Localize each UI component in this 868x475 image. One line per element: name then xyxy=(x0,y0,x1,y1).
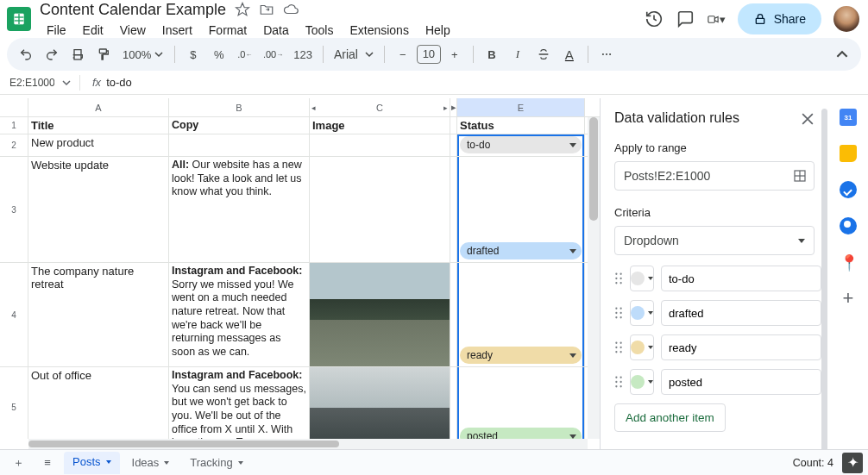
expand-right-icon[interactable]: ▸ xyxy=(443,103,448,112)
col-D-collapsed[interactable]: ▸ xyxy=(450,98,457,116)
add-addon-icon[interactable]: + xyxy=(840,290,857,307)
status-chip[interactable]: posted xyxy=(457,367,585,439)
expand-left-icon[interactable]: ◂ xyxy=(311,103,316,112)
option-input[interactable] xyxy=(661,369,821,395)
header-status[interactable]: Status xyxy=(457,117,585,134)
menu-format[interactable]: Format xyxy=(202,21,254,40)
menu-extensions[interactable]: Extensions xyxy=(343,21,415,40)
row-5[interactable]: 5 xyxy=(0,367,28,439)
row-2[interactable]: 2 xyxy=(0,134,28,156)
italic-button[interactable]: I xyxy=(506,42,530,66)
contacts-icon[interactable] xyxy=(840,217,857,234)
increase-decimal[interactable]: .00→ xyxy=(259,42,287,66)
menu-insert[interactable]: Insert xyxy=(155,21,199,40)
col-E[interactable]: E xyxy=(457,98,585,116)
drag-handle-icon[interactable] xyxy=(614,272,623,284)
zoom-select[interactable]: 100% xyxy=(117,42,168,66)
col-A[interactable]: A xyxy=(28,98,169,116)
formula-value[interactable]: to-do xyxy=(106,76,132,89)
drag-handle-icon[interactable] xyxy=(614,307,623,319)
color-select[interactable] xyxy=(630,266,654,291)
col-C[interactable]: ◂C▸ xyxy=(310,98,450,116)
horizontal-scrollbar[interactable] xyxy=(28,439,588,449)
undo-icon[interactable] xyxy=(14,42,38,66)
header-title[interactable]: Title xyxy=(28,117,169,134)
drag-handle-icon[interactable] xyxy=(614,376,623,388)
redo-icon[interactable] xyxy=(40,42,64,66)
meet-icon[interactable]: ▾ xyxy=(707,9,726,28)
calendar-icon[interactable] xyxy=(840,109,857,126)
more-formats[interactable]: 123 xyxy=(289,42,317,66)
account-avatar[interactable] xyxy=(833,6,859,32)
header-image[interactable]: Image xyxy=(310,117,450,134)
print-icon[interactable] xyxy=(66,42,90,66)
color-select[interactable] xyxy=(630,334,654,360)
fontsize-increase[interactable]: + xyxy=(443,42,467,66)
criteria-select[interactable]: Dropdown xyxy=(614,226,815,255)
tab-posts[interactable]: Posts xyxy=(64,452,120,474)
namebox-chevron-icon[interactable] xyxy=(62,78,71,87)
text-color-button[interactable]: A xyxy=(557,42,582,66)
selection-count[interactable]: Count: 4 xyxy=(793,457,833,469)
maps-icon[interactable]: 📍 xyxy=(840,253,857,271)
menu-file[interactable]: File xyxy=(40,21,73,40)
chevron-down-icon xyxy=(164,461,169,465)
menu-view[interactable]: View xyxy=(113,21,153,40)
status-chip[interactable]: to-do xyxy=(457,134,585,156)
menu-help[interactable]: Help xyxy=(418,21,457,40)
close-icon[interactable] xyxy=(799,110,816,128)
tasks-icon[interactable] xyxy=(840,181,857,198)
doc-title[interactable]: Content Calendar Example xyxy=(40,1,226,19)
spreadsheet-grid[interactable]: A B ◂C▸ ▸ E 1 Title Copy Image Status 2 … xyxy=(0,98,600,449)
menu-tools[interactable]: Tools xyxy=(299,21,341,40)
option-input[interactable] xyxy=(661,334,821,360)
font-select[interactable]: Arial xyxy=(330,42,378,66)
col-B[interactable]: B xyxy=(169,98,310,116)
bold-button[interactable]: B xyxy=(480,42,504,66)
color-select[interactable] xyxy=(630,300,654,326)
row-3[interactable]: 3 xyxy=(0,157,28,262)
sheets-logo[interactable] xyxy=(7,7,31,31)
star-icon[interactable] xyxy=(235,2,250,17)
keep-icon[interactable] xyxy=(840,145,857,162)
cell-image[interactable] xyxy=(310,263,450,366)
fontsize-decrease[interactable]: − xyxy=(391,42,415,66)
option-input[interactable] xyxy=(661,266,821,291)
format-percent[interactable]: % xyxy=(207,42,231,66)
add-item-button[interactable]: Add another item xyxy=(614,403,726,432)
header-copy[interactable]: Copy xyxy=(169,117,310,134)
option-input[interactable] xyxy=(661,300,821,326)
cell-image[interactable] xyxy=(310,367,450,439)
row-4[interactable]: 4 xyxy=(0,263,28,366)
apply-range-input[interactable]: Posts!E2:E1000 xyxy=(614,161,815,191)
move-folder-icon[interactable] xyxy=(259,2,274,17)
tab-tracking[interactable]: Tracking xyxy=(181,452,251,474)
status-chip[interactable]: drafted xyxy=(457,157,585,262)
all-sheets-button[interactable]: ≡ xyxy=(35,452,60,474)
menu-data[interactable]: Data xyxy=(256,21,296,40)
status-chip[interactable]: ready xyxy=(457,263,585,366)
explore-button[interactable]: ✦ xyxy=(842,453,863,473)
cloud-status-icon[interactable] xyxy=(283,2,299,17)
collapse-toolbar-icon[interactable] xyxy=(830,42,854,66)
color-select[interactable] xyxy=(630,369,654,395)
svg-point-40 xyxy=(620,385,621,387)
vertical-scrollbar[interactable] xyxy=(588,117,600,439)
decrease-decimal[interactable]: .0← xyxy=(233,42,257,66)
paint-format-icon[interactable] xyxy=(91,42,116,66)
format-currency[interactable]: $ xyxy=(181,42,205,66)
name-box[interactable] xyxy=(7,74,57,91)
menu-edit[interactable]: Edit xyxy=(76,21,110,40)
drag-handle-icon[interactable] xyxy=(614,341,623,353)
panel-scrollbar[interactable] xyxy=(821,109,827,449)
fontsize-input[interactable]: 10 xyxy=(417,45,441,64)
row-1[interactable]: 1 xyxy=(0,117,28,134)
share-button[interactable]: Share xyxy=(738,3,821,34)
add-sheet-button[interactable]: ＋ xyxy=(5,452,31,474)
more-tools-icon[interactable] xyxy=(594,42,619,66)
grid-select-icon[interactable] xyxy=(793,169,807,183)
comment-icon[interactable] xyxy=(676,9,695,28)
history-icon[interactable] xyxy=(645,9,664,28)
tab-ideas[interactable]: Ideas xyxy=(123,452,179,474)
strike-button[interactable] xyxy=(531,42,556,66)
